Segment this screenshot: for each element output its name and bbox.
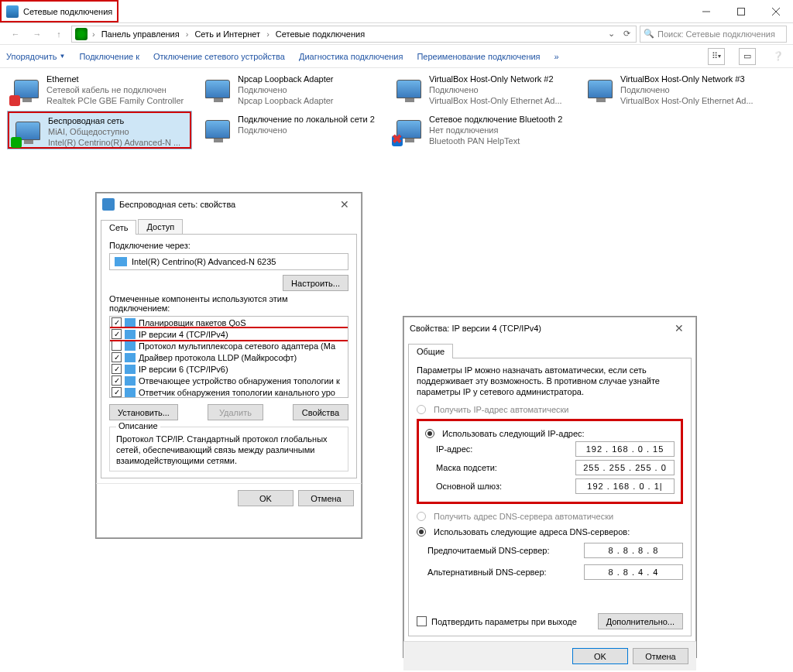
component-row[interactable]: ✓Отвечающее устройство обнаружения топол… (110, 375, 348, 386)
nav-up-button[interactable]: ↑ (50, 25, 68, 43)
auto-ip-radio[interactable]: Получить IP-адрес автоматически (417, 405, 683, 414)
connection-device: VirtualBox Host-Only Ethernet Ad... (429, 95, 562, 106)
dns2-input[interactable]: 8 . 8 . 4 . 4 (584, 564, 683, 580)
breadcrumb-item[interactable]: Сетевые подключения (273, 29, 368, 39)
uninstall-button[interactable]: Удалить (208, 404, 263, 420)
components-list[interactable]: ✓Планировщик пакетов QoS✓IP версии 4 (TC… (109, 316, 348, 398)
confirm-on-exit-checkbox[interactable]: Подтвердить параметры при выходе (417, 616, 577, 626)
svg-rect-0 (737, 8, 744, 15)
component-row[interactable]: ✓IP версии 6 (TCP/IPv6) (110, 363, 348, 375)
description-label: Описание (116, 421, 160, 430)
ip-config-highlight: Использовать следующий IP-адрес: IP-адре… (417, 419, 683, 504)
breadcrumb-dropdown[interactable]: ⌄ (605, 29, 617, 39)
minimize-button[interactable] (688, 0, 723, 23)
description-text: Протокол TCP/IP. Стандартный протокол гл… (116, 434, 342, 466)
connections-list: EthernetСетевой кабель не подключенRealt… (0, 68, 793, 152)
properties-button[interactable]: Свойства (293, 404, 348, 420)
connection-icon (202, 74, 233, 105)
component-row[interactable]: ✓Планировщик пакетов QoS (110, 317, 348, 328)
radio-icon (425, 429, 434, 438)
close-icon[interactable]: ✕ (668, 319, 690, 338)
refresh-button[interactable]: ⟳ (619, 29, 634, 39)
connection-item[interactable]: Подключение по локальной сети 2Подключен… (199, 111, 383, 149)
breadcrumb[interactable]: › Панель управления › Сеть и Интернет › … (71, 26, 637, 43)
dialog-titlebar[interactable]: Беспроводная сеть: свойства ✕ (96, 193, 362, 216)
component-label: Отвечающее устройство обнаружения тополо… (139, 376, 340, 386)
connection-icon (11, 74, 42, 105)
checkbox-icon[interactable]: ✓ (112, 387, 122, 397)
maximize-button[interactable] (723, 0, 758, 23)
connection-icon (202, 114, 233, 145)
rename-button[interactable]: Переименование подключения (417, 52, 540, 61)
view-options-button[interactable]: ⠿▾ (708, 48, 725, 65)
search-icon: 🔍 (644, 29, 654, 39)
tab-body: Параметры IP можно назначать автоматичес… (408, 358, 692, 636)
connection-name: VirtualBox Host-Only Network #3 (620, 74, 754, 84)
connection-icon (393, 74, 424, 105)
command-bar: Упорядочить▼ Подключение к Отключение се… (0, 45, 793, 68)
radio-icon (417, 527, 426, 537)
connection-item[interactable]: Беспроводная сетьMiAI, ОбщедоступноIntel… (8, 111, 191, 149)
checkbox-icon[interactable] (112, 341, 122, 351)
breadcrumb-item[interactable]: Панель управления (98, 29, 183, 39)
disable-device-button[interactable]: Отключение сетевого устройства (153, 52, 285, 61)
component-row[interactable]: Протокол мультиплексора сетевого адаптер… (110, 340, 348, 351)
component-label: Планировщик пакетов QoS (139, 318, 246, 327)
dns1-input[interactable]: 8 . 8 . 8 . 8 (584, 543, 683, 558)
organize-menu[interactable]: Упорядочить▼ (6, 52, 65, 61)
component-row[interactable]: ✓Драйвер протокола LLDP (Майкрософт) (110, 351, 348, 363)
search-placeholder: Поиск: Сетевые подключения (657, 29, 775, 39)
close-icon[interactable]: ✕ (334, 195, 355, 214)
close-button[interactable] (758, 0, 793, 23)
checkbox-icon[interactable]: ✓ (112, 364, 122, 374)
use-ip-radio[interactable]: Использовать следующий IP-адрес: (425, 429, 675, 438)
connection-name: Беспроводная сеть (48, 115, 180, 126)
ip-address-input[interactable]: 192 . 168 . 0 . 15 (575, 441, 675, 457)
connection-name: Подключение по локальной сети 2 (238, 114, 375, 125)
connection-text: Сетевое подключение Bluetooth 2Нет подкл… (429, 114, 562, 146)
connection-status: Сетевой кабель не подключен (46, 84, 184, 95)
connection-device: VirtualBox Host-Only Ethernet Ad... (620, 95, 754, 106)
connection-item[interactable]: Npcap Loopback AdapterПодключеноNpcap Lo… (199, 71, 383, 108)
connection-name: Npcap Loopback Adapter (238, 74, 334, 84)
dialog-title: Беспроводная сеть: свойства (119, 200, 235, 209)
ok-button[interactable]: OK (572, 648, 628, 664)
tab-access[interactable]: Доступ (138, 219, 183, 234)
ok-button[interactable]: OK (238, 490, 294, 506)
cancel-button[interactable]: Отмена (298, 490, 354, 506)
tab-body: Подключение через: Intel(R) Centrino(R) … (101, 234, 357, 478)
connection-item[interactable]: VirtualBox Host-Only Network #2Подключен… (390, 71, 574, 108)
breadcrumb-item[interactable]: Сеть и Интернет (191, 29, 263, 39)
install-button[interactable]: Установить... (109, 404, 178, 420)
advanced-button[interactable]: Дополнительно... (598, 613, 683, 629)
diagnose-button[interactable]: Диагностика подключения (299, 52, 403, 61)
component-row[interactable]: ✓IP версии 4 (TCP/IPv4) (110, 328, 348, 340)
toolbar-overflow[interactable]: » (554, 52, 559, 61)
component-icon (125, 365, 136, 374)
tab-network[interactable]: Сеть (101, 220, 136, 235)
checkbox-icon[interactable]: ✓ (112, 317, 122, 327)
cancel-button[interactable]: Отмена (633, 648, 688, 664)
connection-item[interactable]: ✖Сетевое подключение Bluetooth 2Нет подк… (390, 111, 574, 149)
dialog-tabs: Сеть Доступ (96, 216, 362, 234)
tab-general[interactable]: Общие (408, 344, 453, 358)
configure-button[interactable]: Настроить... (283, 275, 348, 291)
connect-to-button[interactable]: Подключение к (79, 52, 139, 61)
component-row[interactable]: ✓Ответчик обнаружения топологии канально… (110, 386, 348, 398)
checkbox-icon[interactable]: ✓ (112, 352, 122, 362)
gateway-input[interactable]: 192 . 168 . 0 . 1| (575, 478, 675, 494)
connection-device: Realtek PCIe GBE Family Controller (46, 95, 184, 106)
auto-dns-radio[interactable]: Получить адрес DNS-сервера автоматически (417, 512, 683, 521)
checkbox-icon[interactable]: ✓ (112, 375, 122, 386)
nav-back-button[interactable]: ← (6, 25, 25, 43)
connection-item[interactable]: VirtualBox Host-Only Network #3Подключен… (582, 71, 765, 108)
connection-item[interactable]: EthernetСетевой кабель не подключенRealt… (8, 71, 191, 108)
nav-forward-button[interactable]: → (28, 25, 46, 43)
help-button[interactable]: ❔ (770, 48, 787, 65)
search-input[interactable]: 🔍 Поиск: Сетевые подключения (640, 26, 787, 43)
subnet-mask-input[interactable]: 255 . 255 . 255 . 0 (575, 460, 675, 475)
use-dns-radio[interactable]: Использовать следующие адреса DNS-сервер… (417, 527, 683, 537)
dialog-titlebar[interactable]: Свойства: IP версии 4 (TCP/IPv4) ✕ (403, 317, 696, 340)
checkbox-icon[interactable]: ✓ (112, 329, 122, 339)
preview-pane-button[interactable]: ▭ (739, 48, 756, 65)
